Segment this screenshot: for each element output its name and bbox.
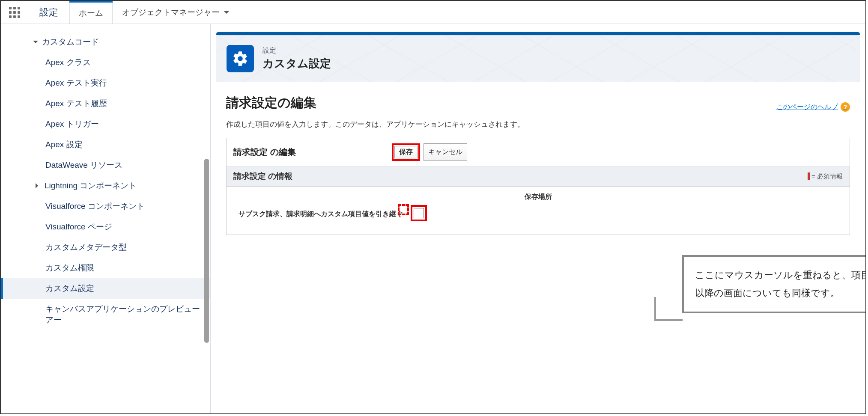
callout-connector-vertical xyxy=(654,297,656,321)
annotation-dotted-icon xyxy=(398,204,409,215)
cancel-button[interactable]: キャンセル xyxy=(424,143,467,161)
sidebar-item-vf-page[interactable]: Visualforce ページ xyxy=(1,217,210,237)
sidebar-item-vf-component[interactable]: Visualforce コンポーネント xyxy=(1,196,210,217)
sidebar-item-apex-trigger[interactable]: Apex トリガー xyxy=(1,114,210,134)
form-box: 請求設定 の編集 保存 キャンセル 請求設定 の情報 = 必須情報 xyxy=(226,138,850,235)
sidebar-scrollbar[interactable] xyxy=(204,159,209,343)
sidebar-item-label: Apex テスト実行 xyxy=(45,77,107,89)
sidebar-section-label: カスタムコード xyxy=(42,36,99,48)
sidebar-item-apex-settings[interactable]: Apex 設定 xyxy=(1,134,210,155)
tab-object-manager[interactable]: オブジェクトマネージャー xyxy=(113,1,239,24)
page-description: 作成した項目の値を入力します。このデータは、アプリケーションにキャッシュされます… xyxy=(226,119,850,129)
header-top-stripe xyxy=(216,32,860,35)
breadcrumb: 設定 xyxy=(262,46,331,55)
sidebar-item-custom-permission[interactable]: カスタム権限 xyxy=(1,258,210,278)
sidebar-item-label: カスタム設定 xyxy=(45,283,94,294)
tab-home-label: ホーム xyxy=(79,8,103,19)
chevron-down-icon xyxy=(224,8,229,17)
page-header-card: 設定 カスタム設定 xyxy=(216,35,860,82)
sidebar-item-label: カスタムメタデータ型 xyxy=(45,242,127,253)
sidebar-item-apex-test-history[interactable]: Apex テスト履歴 xyxy=(1,93,210,114)
sidebar-item-lightning[interactable]: Lightning コンポーネント xyxy=(1,175,210,196)
callout-text-1: ここにマウスカーソルを重ねると、項目説明が表示されます。 xyxy=(695,266,866,284)
required-bar-icon xyxy=(808,172,810,180)
topbar: 設定 ホーム オブジェクトマネージャー xyxy=(1,1,865,24)
required-legend: = 必須情報 xyxy=(808,172,843,181)
sidebar-item-dataweave[interactable]: DataWeave リソース xyxy=(1,155,210,175)
sidebar-item-label: キャンバスアプリケーションのプレビューアー xyxy=(45,303,207,326)
inherit-custom-fields-checkbox[interactable] xyxy=(414,208,424,218)
sidebar-item-label: Visualforce ページ xyxy=(45,221,112,232)
sidebar-item-apex-class[interactable]: Apex クラス xyxy=(1,52,210,73)
sidebar-item-label: Apex トリガー xyxy=(45,119,99,130)
sidebar-item-custom-metadata[interactable]: カスタムメタデータ型 xyxy=(1,237,210,258)
form-edit-title: 請求設定 の編集 xyxy=(233,146,296,158)
gear-icon xyxy=(227,45,254,72)
app-launcher-button[interactable] xyxy=(1,1,28,24)
callout-connector-horizontal xyxy=(654,319,683,321)
save-button-highlight: 保存 xyxy=(392,143,420,161)
sidebar-item-label: Apex 設定 xyxy=(45,139,83,150)
sidebar-item-custom-settings[interactable]: カスタム設定 xyxy=(1,278,210,299)
page-header-title: カスタム設定 xyxy=(262,56,331,71)
sidebar-item-label: DataWeave リソース xyxy=(45,160,122,171)
sidebar: カスタムコード Apex クラス Apex テスト実行 Apex テスト履歴 A… xyxy=(1,24,211,413)
form-info-title: 請求設定 の情報 xyxy=(233,171,292,182)
sidebar-item-apex-test-exec[interactable]: Apex テスト実行 xyxy=(1,73,210,93)
sidebar-item-canvas-preview[interactable]: キャンバスアプリケーションのプレビューアー xyxy=(1,299,210,330)
main-content: 設定 カスタム設定 請求設定の編集 このページのヘルプ ? 作成した項目の値を入… xyxy=(211,24,865,413)
tab-home[interactable]: ホーム xyxy=(69,1,113,24)
sidebar-section-custom-code[interactable]: カスタムコード xyxy=(1,32,210,52)
tab-object-manager-label: オブジェクトマネージャー xyxy=(122,7,220,18)
sidebar-item-label: Lightning コンポーネント xyxy=(45,180,137,191)
sidebar-item-label: Apex テスト履歴 xyxy=(45,98,107,109)
field-label: サブスク請求、請求明細へカスタム項目値を引き継ぐ xyxy=(239,210,403,219)
save-button[interactable]: 保存 xyxy=(394,146,418,158)
setup-label: 設定 xyxy=(28,1,69,24)
field-column-header: 保存場所 xyxy=(230,193,846,202)
waffle-icon xyxy=(9,7,20,18)
chevron-right-icon xyxy=(34,183,42,188)
help-link-label: このページのヘルプ xyxy=(776,103,838,112)
sidebar-item-label: Apex クラス xyxy=(45,57,91,68)
checkbox-highlight xyxy=(411,205,427,221)
chevron-down-icon xyxy=(32,39,39,45)
help-icon: ? xyxy=(841,102,850,112)
required-legend-text: = 必須情報 xyxy=(811,172,843,181)
sidebar-item-label: Visualforce コンポーネント xyxy=(45,201,145,212)
help-link[interactable]: このページのヘルプ ? xyxy=(776,102,850,112)
callout-text-2: 以降の画面についても同様です。 xyxy=(695,284,866,302)
callout-box: ここにマウスカーソルを重ねると、項目説明が表示されます。 以降の画面についても同… xyxy=(682,255,866,313)
sidebar-item-label: カスタム権限 xyxy=(45,262,94,273)
page-title: 請求設定の編集 xyxy=(226,94,316,112)
